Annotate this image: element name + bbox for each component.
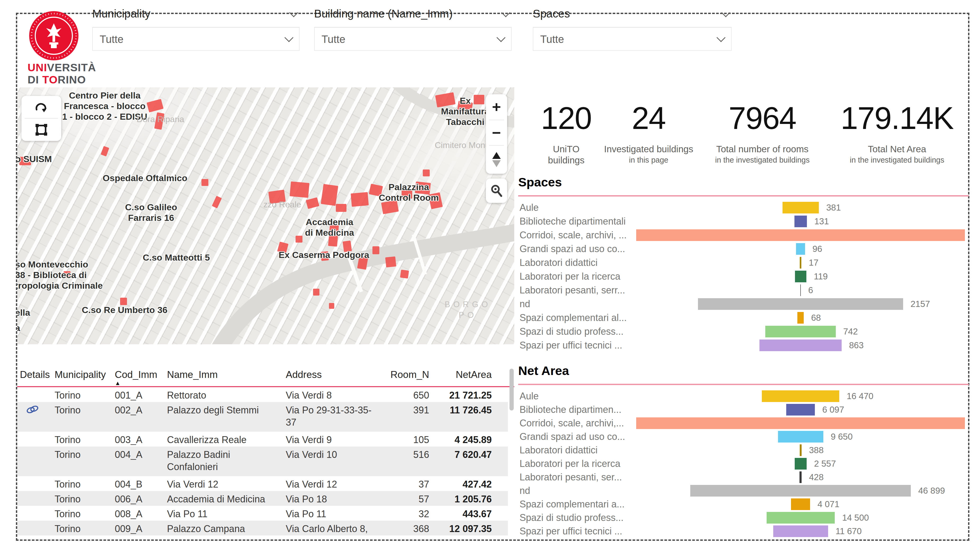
slicer-spaces-dropdown[interactable]: Tutte <box>533 27 731 51</box>
kpi-value: 179.14K <box>823 100 971 136</box>
rotate-arrow-icon <box>34 101 49 113</box>
map-search-button[interactable] <box>486 179 507 203</box>
netarea-bar-10[interactable] <box>773 525 828 537</box>
cell-netarea: 12 097.35 <box>436 521 492 535</box>
netarea-bar-2[interactable] <box>636 417 965 429</box>
table-scrollbar-thumb[interactable] <box>509 369 514 410</box>
table-row[interactable]: Torino006_AAccademia di MedicinaVia Po 1… <box>17 491 508 506</box>
category-label: Laboratori didattici <box>520 445 598 456</box>
cell-municipality: Torino <box>54 476 110 491</box>
building-highlight-marker[interactable] <box>400 269 409 279</box>
cell-cod: 009_A <box>115 521 163 535</box>
spaces-bar-4[interactable] <box>800 257 801 269</box>
spaces-bar-1[interactable] <box>794 215 807 227</box>
value-label: 9 650 <box>831 432 853 442</box>
cell-address: Via Verdi 8 <box>286 387 377 402</box>
slicer-building-name: Building name (Name_Imm) Tutte <box>314 7 512 53</box>
column-header-room-n[interactable]: Room_N <box>388 369 429 380</box>
map-building-label: Ex Manifattura Tabacchi <box>441 95 490 127</box>
value-label: 131 <box>814 217 829 226</box>
spaces-bar-8[interactable] <box>797 312 804 323</box>
cell-cod: 002_A <box>115 402 163 416</box>
slicer-municipality-dropdown[interactable]: Tutte <box>92 27 300 51</box>
table-row[interactable]: Torino004_BVia Verdi 12Via Verdi 1237427… <box>17 476 508 491</box>
table-row[interactable]: Torino008_AVia Po 11Via Po 1132443.67 <box>17 506 508 521</box>
column-header-netarea[interactable]: NetArea <box>441 369 492 380</box>
cell-name: Via Verdi 12 <box>167 476 273 491</box>
building-highlight-marker[interactable] <box>201 179 208 186</box>
column-header-municipality[interactable]: Municipality <box>54 369 106 380</box>
building-highlight-marker[interactable] <box>336 204 346 212</box>
unito-logo-text: UNIVERSITÀ DI TORINO <box>28 61 96 86</box>
table-row[interactable]: Torino009_APalazzo CampanaVia Carlo Albe… <box>17 521 508 535</box>
table-row[interactable]: Torino002_APalazzo degli StemmiVia Po 29… <box>17 402 508 432</box>
table-row[interactable]: Torino001_ARettoratoVia Verdi 865021 721… <box>17 387 508 402</box>
netarea-bar-0[interactable] <box>762 391 839 402</box>
cell-room: 516 <box>383 446 429 461</box>
chevron-down-icon[interactable] <box>501 8 510 17</box>
spaces-bar-0[interactable] <box>782 202 819 213</box>
cell-municipality: Torino <box>54 491 110 505</box>
building-highlight-marker[interactable] <box>372 246 379 254</box>
netarea-bar-7[interactable] <box>690 485 911 497</box>
details-link-icon[interactable] <box>25 402 40 418</box>
netarea-bar-5[interactable] <box>795 458 807 469</box>
netarea-row-8: Spazi complementari a...4 071 <box>518 497 969 511</box>
building-highlight-marker[interactable] <box>120 298 127 305</box>
chevron-down-icon[interactable] <box>716 33 726 42</box>
map-building-label: C.so Galileo Farraris 16 <box>125 202 177 223</box>
building-highlight-marker[interactable] <box>329 303 334 309</box>
spaces-bar-9[interactable] <box>765 326 836 337</box>
netarea-bar-6[interactable] <box>799 471 802 483</box>
spaces-bar-6[interactable] <box>800 284 801 296</box>
column-header-details[interactable]: Details <box>20 369 50 380</box>
spaces-bar-7[interactable] <box>698 298 903 310</box>
netarea-bar-1[interactable] <box>786 404 815 415</box>
chevron-down-icon[interactable] <box>721 8 730 17</box>
value-label: 11 670 <box>835 526 861 536</box>
building-highlight-marker[interactable] <box>290 181 310 198</box>
category-label: Laboratori didattici <box>520 257 598 268</box>
spaces-bar-10[interactable] <box>759 340 842 351</box>
category-label: Biblioteche dipartimentali <box>520 216 626 227</box>
slicer-spaces-label: Spaces <box>533 7 570 20</box>
table-row[interactable]: Torino004_APalazzo Badini ConfalonieriVi… <box>17 446 508 476</box>
map-frame-select-button[interactable] <box>21 119 61 141</box>
chevron-down-icon[interactable] <box>289 8 298 17</box>
spaces-bar-5[interactable] <box>795 271 806 282</box>
slicer-building-name-dropdown[interactable]: Tutte <box>314 27 512 51</box>
netarea-row-1: Biblioteche dipartimen...6 097 <box>518 403 969 416</box>
chevron-down-icon[interactable] <box>285 33 293 42</box>
cell-address: Via Verdi 10 <box>286 446 377 461</box>
cell-address: Via Po 29-31-33-35-37 <box>286 402 377 428</box>
netarea-bar-8[interactable] <box>791 499 810 510</box>
table-row[interactable]: Torino003_ACavallerizza RealeVia Verdi 9… <box>17 432 508 446</box>
kpi-total-rooms: 7964 Total number of rooms in the invest… <box>688 100 837 164</box>
building-highlight-marker[interactable] <box>296 236 303 243</box>
spaces-row-9: Spazi di studio profess...742 <box>518 325 969 338</box>
slicer-building-name-label: Building name (Name_Imm) <box>314 7 453 20</box>
column-header-address[interactable]: Address <box>286 369 322 380</box>
building-highlight-marker[interactable] <box>351 192 369 207</box>
building-highlight-marker[interactable] <box>321 184 338 206</box>
map-rotate-button[interactable] <box>21 96 61 118</box>
column-header-cod-imm[interactable]: Cod_Imm <box>115 369 157 380</box>
spaces-chart-title: Spaces <box>518 175 969 189</box>
netarea-bar-9[interactable] <box>767 512 835 524</box>
netarea-bar-3[interactable] <box>778 431 824 443</box>
buildings-map[interactable]: Centro Pier della Francesca - blocco 1 -… <box>17 87 514 344</box>
category-label: Laboratori per la ricerca <box>520 458 620 469</box>
spaces-bar-3[interactable] <box>796 243 805 255</box>
slicer-spaces-value: Tutte <box>540 33 564 45</box>
chevron-down-icon[interactable] <box>496 33 506 42</box>
building-highlight-marker[interactable] <box>385 256 396 268</box>
netarea-row-7: nd46 899 <box>518 484 969 497</box>
netarea-bar-4[interactable] <box>800 445 802 456</box>
kpi-subcaption: in the investigated buildings <box>688 156 837 164</box>
spaces-chart: Spaces Aule381Biblioteche dipartimentali… <box>518 175 969 352</box>
building-highlight-marker[interactable] <box>423 169 430 176</box>
building-highlight-marker[interactable] <box>313 289 320 295</box>
column-header-name-imm[interactable]: Name_Imm <box>167 369 217 380</box>
spaces-bar-2[interactable] <box>636 229 965 241</box>
spaces-row-8: Spazi complementari al...68 <box>518 311 969 325</box>
